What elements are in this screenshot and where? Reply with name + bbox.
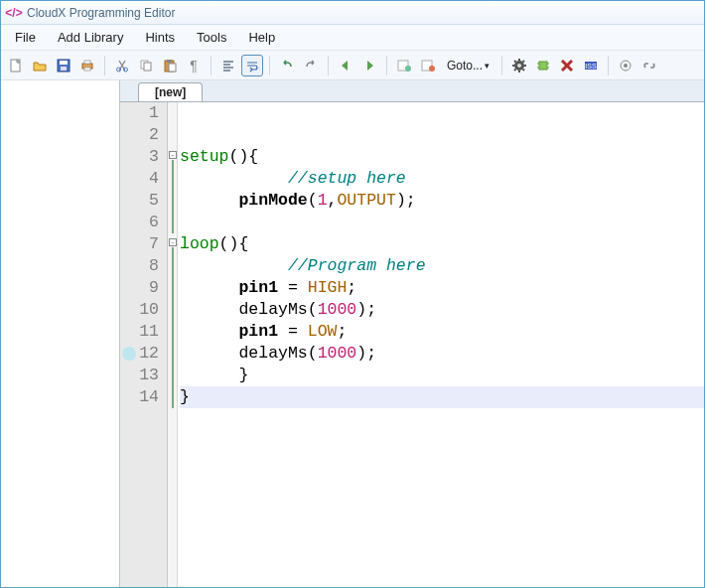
- code-line: }: [180, 386, 704, 408]
- svg-rect-10: [144, 63, 151, 71]
- redo-icon[interactable]: [300, 55, 322, 76]
- linenum: 14: [120, 386, 159, 408]
- app-icon: </>: [7, 6, 21, 20]
- bookmark-toggle-icon[interactable]: [393, 55, 415, 76]
- code-line: //Program here: [180, 255, 704, 277]
- separator: [211, 56, 212, 75]
- code-line: [180, 102, 704, 124]
- fold-margin[interactable]: - -: [168, 102, 178, 587]
- tabbar: [new]: [120, 80, 704, 102]
- separator: [501, 56, 502, 75]
- menu-file[interactable]: File: [5, 27, 46, 48]
- svg-point-36: [624, 64, 628, 68]
- linenum: 8: [120, 255, 159, 277]
- wrap-icon[interactable]: [241, 55, 263, 76]
- save-icon[interactable]: [53, 55, 74, 76]
- menu-tools[interactable]: Tools: [187, 27, 236, 48]
- svg-line-25: [523, 69, 525, 71]
- forward-icon[interactable]: [358, 55, 380, 76]
- gutter: 1 2 3 4 5 6 7 8 9 10 11 12 13 14: [120, 102, 168, 587]
- code-line: delayMs(1000);: [180, 299, 704, 321]
- separator: [608, 56, 609, 75]
- separator: [328, 56, 329, 75]
- target-icon[interactable]: [615, 55, 636, 76]
- code-line: [180, 212, 704, 233]
- svg-rect-13: [169, 64, 176, 72]
- iss-icon[interactable]: ISS: [580, 55, 602, 76]
- linenum: 9: [120, 277, 159, 299]
- paste-icon[interactable]: [159, 55, 181, 76]
- linenum: 10: [120, 299, 159, 321]
- copy-icon[interactable]: [135, 55, 157, 76]
- svg-rect-12: [167, 60, 172, 63]
- code-line: }: [180, 365, 704, 386]
- fold-line: [172, 160, 174, 233]
- linenum: 4: [120, 168, 159, 190]
- svg-line-26: [514, 69, 516, 71]
- gear-icon[interactable]: [508, 55, 530, 76]
- chip-icon[interactable]: [532, 55, 554, 76]
- linenum: 2: [120, 124, 159, 146]
- fold-toggle-icon[interactable]: -: [169, 151, 177, 159]
- stop-icon[interactable]: [556, 55, 578, 76]
- svg-rect-28: [539, 62, 547, 70]
- svg-point-19: [517, 64, 521, 68]
- editor-area: [new] 1 2 3 4 5 6 7 8 9 10 11 12 13 1: [120, 80, 704, 587]
- code-line: delayMs(1000);: [180, 343, 704, 365]
- code-text[interactable]: setup(){ //setup here pinMode(1,OUTPUT);…: [178, 102, 704, 587]
- linenum: 6: [120, 212, 159, 233]
- code-line: [180, 124, 704, 146]
- goto-button[interactable]: Goto...▾: [441, 55, 495, 76]
- titlebar[interactable]: </> CloudX Programming Editor: [1, 1, 704, 25]
- svg-rect-5: [84, 61, 90, 64]
- toolbar: ¶ Goto...▾ ISS: [1, 51, 704, 80]
- bookmark-icon[interactable]: [122, 347, 136, 361]
- print-icon[interactable]: [76, 55, 98, 76]
- bookmark-remove-icon[interactable]: [417, 55, 439, 76]
- back-icon[interactable]: [335, 55, 356, 76]
- menubar: File Add Library Hints Tools Help: [1, 25, 704, 51]
- svg-line-27: [523, 61, 525, 63]
- window-title: CloudX Programming Editor: [27, 6, 175, 20]
- code-line: pinMode(1,OUTPUT);: [180, 190, 704, 212]
- linenum: 5: [120, 190, 159, 212]
- svg-line-24: [514, 61, 516, 63]
- svg-rect-6: [84, 68, 90, 71]
- content-area: [new] 1 2 3 4 5 6 7 8 9 10 11 12 13 1: [1, 80, 704, 587]
- svg-rect-2: [60, 61, 68, 65]
- code-editor[interactable]: 1 2 3 4 5 6 7 8 9 10 11 12 13 14 -: [120, 102, 704, 587]
- code-line: //setup here: [180, 168, 704, 190]
- code-line: pin1 = LOW;: [180, 321, 704, 343]
- svg-point-15: [405, 66, 411, 72]
- sidebar[interactable]: [1, 80, 120, 587]
- separator: [269, 56, 270, 75]
- link-icon[interactable]: [638, 55, 660, 76]
- svg-text:ISS: ISS: [585, 63, 597, 70]
- menu-hints[interactable]: Hints: [135, 27, 185, 48]
- dropdown-icon: ▾: [485, 61, 490, 71]
- align-left-icon[interactable]: [217, 55, 239, 76]
- code-line: pin1 = HIGH;: [180, 277, 704, 299]
- svg-rect-3: [61, 67, 67, 71]
- svg-point-17: [429, 66, 435, 72]
- separator: [386, 56, 387, 75]
- undo-icon[interactable]: [276, 55, 298, 76]
- code-line: loop(){: [180, 233, 704, 255]
- new-file-icon[interactable]: [5, 55, 27, 76]
- app-window: </> CloudX Programming Editor File Add L…: [0, 0, 705, 588]
- linenum: 3: [120, 146, 159, 168]
- separator: [104, 56, 105, 75]
- open-folder-icon[interactable]: [29, 55, 51, 76]
- cut-icon[interactable]: [111, 55, 133, 76]
- linenum: 1: [120, 102, 159, 124]
- menu-help[interactable]: Help: [238, 27, 285, 48]
- fold-toggle-icon[interactable]: -: [169, 238, 177, 246]
- tab-new[interactable]: [new]: [138, 82, 203, 101]
- code-line: setup(){: [180, 146, 704, 168]
- linenum: 13: [120, 365, 159, 386]
- linenum: 11: [120, 321, 159, 343]
- linenum: 7: [120, 233, 159, 255]
- menu-add-library[interactable]: Add Library: [48, 27, 133, 48]
- pilcrow-icon[interactable]: ¶: [183, 55, 205, 76]
- fold-line: [172, 247, 174, 408]
